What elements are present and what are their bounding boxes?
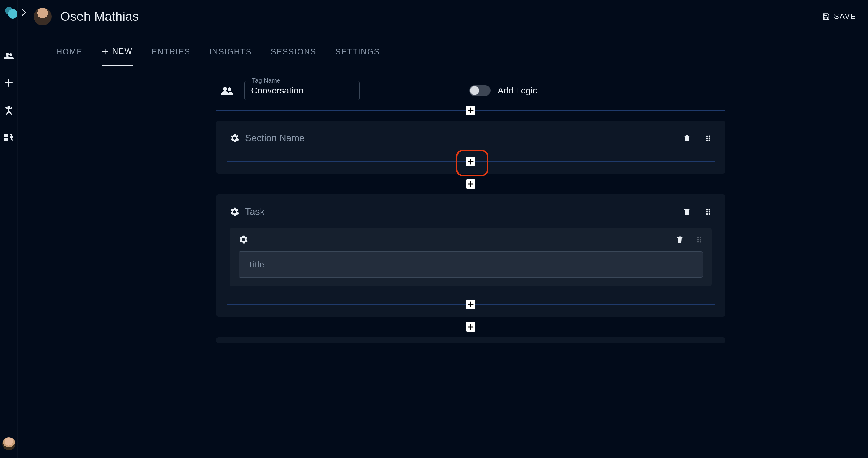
svg-point-11 (706, 139, 708, 141)
section-card-partial (216, 337, 725, 343)
bolt-icon[interactable] (4, 132, 14, 142)
drag-handle-icon[interactable] (705, 133, 712, 143)
section-name-placeholder[interactable]: Section Name (245, 133, 305, 143)
delete-item-button[interactable] (676, 235, 684, 244)
tag-name-label: Tag Name (250, 77, 283, 84)
svg-point-0 (6, 53, 9, 56)
svg-rect-4 (4, 138, 8, 141)
svg-point-1 (9, 53, 12, 56)
save-icon (822, 13, 830, 21)
delete-section-button[interactable] (683, 133, 691, 143)
svg-point-15 (706, 211, 708, 212)
gear-icon[interactable] (230, 133, 239, 143)
tab-sessions[interactable]: SESSIONS (271, 47, 316, 65)
tab-insights[interactable]: INSIGHTS (209, 47, 252, 65)
svg-point-5 (223, 87, 227, 91)
svg-point-18 (709, 213, 710, 215)
svg-point-23 (698, 241, 699, 242)
save-button[interactable]: SAVE (822, 12, 856, 21)
save-button-label: SAVE (834, 12, 856, 21)
plus-icon[interactable] (4, 77, 14, 88)
add-item-separator (227, 304, 715, 305)
svg-point-9 (706, 137, 708, 139)
svg-point-16 (709, 211, 710, 212)
add-section-button[interactable] (466, 322, 475, 332)
add-section-button[interactable] (466, 179, 475, 189)
gear-icon[interactable] (230, 207, 239, 217)
section-card: Task (216, 194, 725, 317)
tab-settings[interactable]: SETTINGS (335, 47, 380, 65)
tab-entries[interactable]: ENTRIES (152, 47, 190, 65)
page-user-name: Oseh Mathias (60, 9, 139, 24)
gear-icon[interactable] (239, 235, 248, 244)
svg-point-24 (700, 241, 701, 242)
tag-row: Tag Name Add Logic (56, 81, 725, 100)
plus-icon (101, 48, 108, 55)
content: Tag Name Add Logic (18, 66, 868, 458)
current-user-avatar[interactable] (2, 437, 16, 450)
svg-point-14 (709, 209, 710, 210)
svg-rect-3 (4, 134, 8, 137)
svg-point-12 (709, 139, 710, 141)
activity-icon[interactable] (4, 105, 14, 116)
tag-name-field: Tag Name (244, 81, 360, 100)
people-icon[interactable] (4, 50, 14, 61)
chevron-right-icon[interactable] (21, 8, 27, 17)
add-item-separator (227, 161, 715, 162)
item-card (230, 228, 712, 286)
group-icon (221, 86, 234, 95)
svg-point-13 (706, 209, 708, 210)
app-logo[interactable] (0, 3, 18, 21)
svg-point-7 (706, 135, 708, 137)
svg-point-17 (706, 213, 708, 215)
add-item-button[interactable] (466, 300, 475, 309)
svg-point-21 (698, 239, 699, 240)
add-section-button[interactable] (466, 106, 475, 115)
sidebar-nav (4, 50, 14, 142)
page-user-avatar[interactable] (34, 8, 52, 26)
svg-point-19 (698, 237, 699, 238)
drag-handle-icon[interactable] (696, 235, 703, 244)
section-card: Section Name (216, 121, 725, 174)
logic-toggle-label: Add Logic (498, 86, 537, 96)
svg-point-10 (709, 137, 710, 139)
logic-toggle[interactable] (469, 85, 491, 96)
svg-point-8 (709, 135, 710, 137)
logic-toggle-wrap: Add Logic (469, 85, 537, 96)
add-section-separator (216, 110, 725, 111)
tab-home[interactable]: HOME (56, 47, 83, 65)
section-name[interactable]: Task (245, 206, 265, 217)
add-section-separator (216, 327, 725, 327)
topbar: Oseh Mathias SAVE (18, 0, 868, 33)
tab-new-label: NEW (112, 47, 133, 56)
sidebar (0, 0, 18, 458)
add-item-button-highlighted[interactable] (466, 157, 475, 166)
svg-point-6 (228, 87, 231, 91)
item-title-input[interactable] (239, 252, 703, 277)
add-section-separator (216, 184, 725, 184)
tab-new[interactable]: NEW (101, 47, 133, 66)
tabs: HOME NEW ENTRIES INSIGHTS SESSIONS SETTI… (18, 33, 868, 66)
drag-handle-icon[interactable] (705, 207, 712, 217)
svg-point-22 (700, 239, 701, 240)
svg-point-20 (700, 237, 701, 238)
delete-section-button[interactable] (683, 207, 691, 217)
